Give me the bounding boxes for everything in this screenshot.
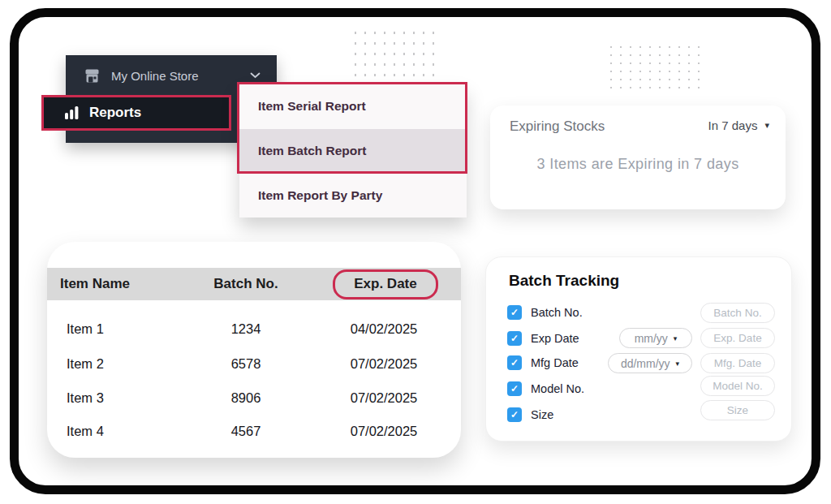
size-input[interactable] (700, 400, 775, 420)
cell-batch-no: 6578 (193, 347, 299, 381)
option-label: Size (531, 408, 553, 421)
cell-item-name: Item 1 (67, 312, 104, 346)
cell-item-name: Item 3 (67, 381, 104, 415)
option-row-batch-no: ✓ Batch No. (507, 304, 583, 321)
mfg-date-input[interactable] (700, 353, 775, 373)
option-label: Mfg Date (531, 356, 579, 369)
expiring-stocks-card: Expiring Stocks In 7 days ▾ 3 Items are … (490, 106, 786, 209)
chevron-down-icon (250, 72, 260, 79)
option-row-exp-date: ✓ Exp Date (507, 330, 579, 347)
expiring-filter-label: In 7 days (708, 118, 758, 132)
cell-exp-date: 04/02/2025 (327, 312, 441, 346)
cell-batch-no: 1234 (193, 312, 299, 346)
cell-exp-date: 07/02/2025 (327, 381, 441, 415)
dropdown-arrow-icon: ▾ (676, 360, 680, 368)
option-row-mfg-date: ✓ Mfg Date (507, 355, 579, 371)
column-header-batch-no: Batch No. (193, 268, 299, 300)
menu-item-report-by-party[interactable]: Item Report By Party (239, 173, 467, 218)
table-row: Item 4 4567 07/02/2025 (47, 414, 461, 448)
dot-grid-decoration (606, 43, 702, 90)
expiring-filter-dropdown[interactable]: In 7 days ▾ (708, 118, 769, 132)
exp-date-input[interactable] (700, 328, 775, 348)
cell-exp-date: 07/02/2025 (327, 414, 441, 448)
table-row: Item 1 1234 04/02/2025 (47, 312, 461, 346)
cell-item-name: Item 2 (67, 347, 104, 381)
mfg-date-checkbox[interactable]: ✓ (507, 355, 522, 370)
expiring-stocks-message: 3 Items are Expiring in 7 days (490, 156, 786, 173)
model-no-checkbox[interactable]: ✓ (507, 381, 522, 396)
batch-tracking-title: Batch Tracking (509, 272, 619, 290)
reports-label: Reports (89, 105, 141, 121)
menu-item-batch-report[interactable]: Item Batch Report (239, 129, 467, 174)
dropdown-arrow-icon: ▾ (674, 334, 678, 342)
option-label: Model No. (531, 382, 584, 395)
expiring-stocks-title: Expiring Stocks (510, 118, 605, 135)
model-no-input[interactable] (700, 376, 775, 396)
batch-no-checkbox[interactable]: ✓ (507, 305, 522, 320)
select-value: mm/yy (635, 332, 668, 345)
table-header-row: Item Name Batch No. Exp. Date (47, 268, 461, 300)
option-row-size: ✓ Size (507, 407, 553, 423)
menu-item-serial-report[interactable]: Item Serial Report (239, 84, 467, 129)
mfg-date-format-select[interactable]: dd/mm/yy ▾ (608, 353, 692, 373)
table-row: Item 3 8906 07/02/2025 (47, 381, 461, 415)
cell-item-name: Item 4 (67, 414, 104, 448)
batch-report-table-card: Item Name Batch No. Exp. Date Item 1 123… (47, 242, 461, 458)
reports-dropdown-menu: Item Serial Report Item Batch Report Ite… (239, 84, 467, 218)
batch-tracking-card: Batch Tracking ✓ Batch No. ✓ Exp Date ✓ … (485, 256, 792, 442)
dot-grid-decoration (351, 28, 441, 76)
exp-date-format-select[interactable]: mm/yy ▾ (619, 328, 692, 348)
exp-date-checkbox[interactable]: ✓ (507, 331, 522, 346)
size-checkbox[interactable]: ✓ (507, 407, 522, 422)
cell-batch-no: 8906 (193, 381, 299, 415)
cell-exp-date: 07/02/2025 (327, 347, 441, 381)
column-header-exp-date: Exp. Date (333, 268, 438, 300)
sidebar-item-reports[interactable]: Reports (41, 95, 231, 131)
batch-no-input[interactable] (700, 303, 775, 323)
dropdown-arrow-icon: ▾ (764, 120, 769, 131)
option-label: Exp Date (531, 332, 579, 345)
select-value: dd/mm/yy (621, 357, 670, 370)
menu-item-label: Item Batch Report (258, 144, 367, 158)
column-header-item-name: Item Name (60, 268, 130, 300)
cell-batch-no: 4567 (193, 414, 299, 448)
menu-item-label: Item Report By Party (258, 188, 382, 203)
bar-chart-icon (65, 106, 79, 119)
menu-item-label: Item Serial Report (258, 99, 366, 114)
store-icon (84, 69, 100, 83)
option-row-model-no: ✓ Model No. (507, 381, 584, 397)
table-row: Item 2 6578 07/02/2025 (47, 347, 461, 381)
option-label: Batch No. (531, 306, 583, 319)
store-label: My Online Store (111, 69, 250, 83)
